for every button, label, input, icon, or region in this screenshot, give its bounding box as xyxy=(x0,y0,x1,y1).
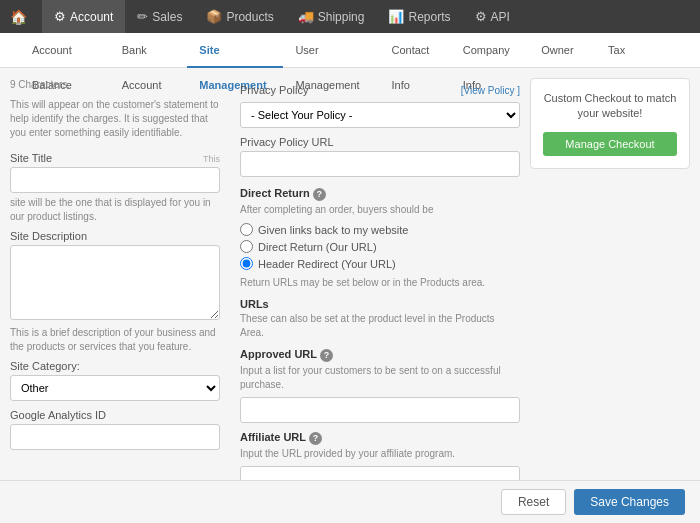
sub-bank-account[interactable]: Bank Account xyxy=(110,33,188,68)
radio-header-redirect-input[interactable] xyxy=(240,257,253,270)
sub-contact-info[interactable]: Contact Info xyxy=(379,33,450,68)
privacy-policy-label: Privacy Policy xyxy=(240,84,308,96)
approved-url-help-icon[interactable]: ? xyxy=(320,349,333,362)
urls-heading: URLs xyxy=(240,298,520,310)
nav-products-label: Products xyxy=(226,10,273,24)
radio-direct-return-input[interactable] xyxy=(240,240,253,253)
approved-url-desc: Input a list for your customers to be se… xyxy=(240,364,520,392)
nav-api-label: API xyxy=(491,10,510,24)
main-content: 9 Characters. This will appear on the cu… xyxy=(0,68,700,523)
sub-company-info[interactable]: Company Info xyxy=(451,33,530,68)
shipping-icon: 🚚 xyxy=(298,9,314,24)
privacy-policy-url-label: Privacy Policy URL xyxy=(240,136,520,148)
nav-reports[interactable]: 📊 Reports xyxy=(376,0,462,33)
left-column: 9 Characters. This will appear on the cu… xyxy=(10,78,230,523)
radio-given-links[interactable]: Given links back to my website xyxy=(240,223,520,236)
affiliate-url-desc: Input the URL provided by your affiliate… xyxy=(240,447,520,461)
sub-user-management[interactable]: User Management xyxy=(283,33,379,68)
sales-icon: ✏ xyxy=(137,9,148,24)
sub-tax-information[interactable]: Tax Information xyxy=(596,33,680,68)
nav-account[interactable]: ⚙ Account xyxy=(42,0,125,33)
account-icon: ⚙ xyxy=(54,9,66,24)
site-title-label: Site Title xyxy=(10,152,52,164)
nav-products[interactable]: 📦 Products xyxy=(194,0,285,33)
right-column: Custom Checkout to match your website! M… xyxy=(530,78,690,523)
sub-owner-info[interactable]: Owner Info xyxy=(529,33,596,68)
site-category-label: Site Category: xyxy=(10,360,220,372)
direct-return-desc: After completing an order, buyers should… xyxy=(240,203,520,217)
sub-account-balance[interactable]: Account Balance xyxy=(20,33,110,68)
return-url-note: Return URLs may be set below or in the P… xyxy=(240,276,520,290)
approved-url-input[interactable] xyxy=(240,397,520,423)
site-category-select[interactable]: Other Electronics Clothing Books xyxy=(10,375,220,401)
sub-navigation: Account Balance Bank Account Site Manage… xyxy=(0,33,700,68)
site-description-label: Site Description xyxy=(10,230,220,242)
checkout-box: Custom Checkout to match your website! M… xyxy=(530,78,690,169)
manage-checkout-button[interactable]: Manage Checkout xyxy=(543,132,677,156)
save-button[interactable]: Save Changes xyxy=(574,489,685,515)
direct-return-radio-group: Given links back to my website Direct Re… xyxy=(240,223,520,270)
google-analytics-label: Google Analytics ID xyxy=(10,409,220,421)
checkout-text: Custom Checkout to match your website! xyxy=(543,91,677,122)
privacy-policy-select[interactable]: - Select Your Policy - xyxy=(240,102,520,128)
site-title-input[interactable] xyxy=(10,167,220,193)
radio-given-links-input[interactable] xyxy=(240,223,253,236)
direct-return-heading: Direct Return ? xyxy=(240,187,520,201)
privacy-policy-row: Privacy Policy [View Policy ] xyxy=(240,78,520,99)
radio-header-redirect[interactable]: Header Redirect (Your URL) xyxy=(240,257,520,270)
nav-shipping-label: Shipping xyxy=(318,10,365,24)
sub-site-management[interactable]: Site Management xyxy=(187,33,283,68)
nav-sales[interactable]: ✏ Sales xyxy=(125,0,194,33)
site-title-hint: site will be the one that is displayed f… xyxy=(10,196,220,224)
nav-api[interactable]: ⚙ API xyxy=(463,0,522,33)
nav-shipping[interactable]: 🚚 Shipping xyxy=(286,0,377,33)
google-analytics-input[interactable] xyxy=(10,424,220,450)
privacy-policy-url-input[interactable] xyxy=(240,151,520,177)
products-icon: 📦 xyxy=(206,9,222,24)
site-description-hint: This is a brief description of your busi… xyxy=(10,326,220,354)
nav-reports-label: Reports xyxy=(408,10,450,24)
bottom-bar: Reset Save Changes xyxy=(0,480,700,523)
hint-statement: This will appear on the customer's state… xyxy=(10,98,220,140)
approved-url-heading: Approved URL ? xyxy=(240,348,520,362)
hint-chars: 9 Characters. xyxy=(10,78,220,92)
site-description-textarea[interactable] xyxy=(10,245,220,320)
mid-column: Privacy Policy [View Policy ] - Select Y… xyxy=(230,78,530,523)
nav-sales-label: Sales xyxy=(152,10,182,24)
reset-button[interactable]: Reset xyxy=(501,489,566,515)
nav-account-label: Account xyxy=(70,10,113,24)
site-title-right: This xyxy=(203,154,220,164)
reports-icon: 📊 xyxy=(388,9,404,24)
radio-direct-return[interactable]: Direct Return (Our URL) xyxy=(240,240,520,253)
affiliate-url-heading: Affiliate URL ? xyxy=(240,431,520,445)
view-policy-link[interactable]: [View Policy ] xyxy=(461,85,520,96)
api-icon: ⚙ xyxy=(475,9,487,24)
direct-return-help-icon[interactable]: ? xyxy=(313,188,326,201)
home-icon[interactable]: 🏠 xyxy=(10,9,27,25)
affiliate-url-help-icon[interactable]: ? xyxy=(309,432,322,445)
urls-desc: These can also be set at the product lev… xyxy=(240,312,520,340)
top-navigation: 🏠 ⚙ Account ✏ Sales 📦 Products 🚚 Shippin… xyxy=(0,0,700,33)
